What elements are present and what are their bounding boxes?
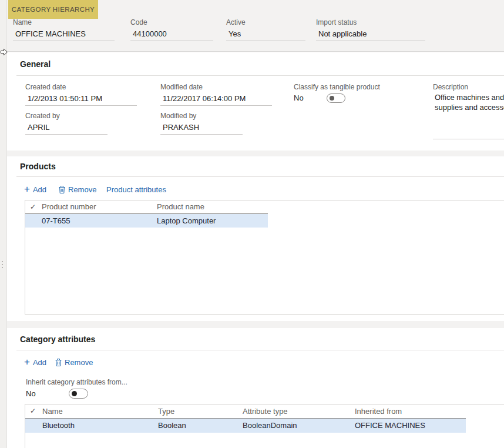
code-field[interactable]: Code 44100000: [130, 18, 213, 41]
modified-date-label: Modified date: [160, 83, 272, 92]
modified-by-field[interactable]: Modified by PRAKASH: [160, 112, 243, 135]
select-all-checkmark-icon[interactable]: ✓: [30, 203, 36, 211]
divider: [16, 350, 504, 350]
divider: [16, 176, 504, 177]
remove-product-button[interactable]: Remove: [59, 183, 96, 195]
name-label: Name: [13, 18, 115, 28]
attribute-row[interactable]: Bluetooth Boolean BooleanDomain OFFICE M…: [25, 419, 466, 433]
import-status-field[interactable]: Import status Not applicable: [316, 18, 425, 41]
modified-date-value[interactable]: 11/22/2017 06:14:00 PM: [160, 92, 272, 106]
category-attributes-section: Category attributes + Add Remove Inherit…: [7, 328, 504, 448]
created-date-value[interactable]: 1/2/2013 01:50:11 PM: [25, 92, 137, 106]
created-date-field[interactable]: Created date 1/2/2013 01:50:11 PM: [25, 83, 137, 106]
modified-by-value[interactable]: PRAKASH: [160, 121, 243, 135]
category-attributes-grid: ✓ Name Type Attribute type Inherited fro…: [25, 404, 504, 448]
modified-date-field[interactable]: Modified date 11/22/2017 06:14:00 PM: [160, 83, 272, 106]
created-by-field[interactable]: Created by APRIL: [25, 112, 107, 135]
column-header-name[interactable]: Name: [42, 407, 63, 416]
products-grid: ✓ Product number Product name 07-T655 La…: [25, 200, 504, 315]
product-row[interactable]: 07-T655 Laptop Computer: [25, 214, 268, 228]
code-value[interactable]: 44100000: [130, 28, 213, 41]
import-status-label: Import status: [316, 18, 425, 28]
description-underline: [433, 139, 504, 139]
code-label: Code: [130, 18, 213, 28]
modified-by-label: Modified by: [160, 112, 243, 121]
divider: [16, 75, 504, 76]
attribute-type-cell[interactable]: Boolean: [158, 421, 186, 430]
description-value[interactable]: Office machines and supplies and accesso: [435, 92, 504, 112]
toggle-knob-icon: [72, 391, 77, 396]
column-header-inherited-from[interactable]: Inherited from: [355, 407, 402, 416]
product-attributes-button[interactable]: Product attributes: [106, 183, 166, 195]
plus-icon: +: [24, 185, 30, 194]
column-header-product-name[interactable]: Product name: [157, 202, 204, 211]
column-header-attribute-type[interactable]: Attribute type: [243, 407, 288, 416]
active-field[interactable]: Active Yes: [226, 18, 305, 41]
add-attribute-button[interactable]: + Add: [24, 356, 46, 368]
created-by-value[interactable]: APRIL: [25, 121, 107, 135]
active-value[interactable]: Yes: [226, 28, 305, 41]
classify-tangible-label: Classify as tangible product: [294, 83, 380, 92]
name-value[interactable]: OFFICE MACHINES: [13, 28, 115, 41]
record-header: CATEGORY HIERARCHY Name OFFICE MACHINES …: [7, 0, 504, 52]
import-status-value[interactable]: Not applicable: [316, 28, 425, 41]
created-date-label: Created date: [25, 83, 137, 92]
general-section: General Created date 1/2/2013 01:50:11 P…: [7, 52, 504, 151]
category-hierarchy-tab[interactable]: CATEGORY HIERARCHY: [8, 0, 98, 19]
classify-tangible-value: No: [294, 93, 304, 102]
attribute-inherited-from-cell[interactable]: OFFICE MACHINES: [355, 421, 425, 430]
select-all-checkmark-icon[interactable]: ✓: [30, 407, 36, 415]
products-grid-header: ✓ Product number Product name: [25, 200, 268, 214]
category-attributes-section-header[interactable]: Category attributes: [20, 335, 95, 344]
product-number-cell[interactable]: 07-T655: [42, 216, 70, 225]
trash-icon: [55, 359, 62, 366]
description-label: Description: [433, 83, 468, 92]
attribute-name-cell[interactable]: Bluetooth: [42, 421, 75, 430]
left-splitter-pane[interactable]: [0, 0, 7, 448]
column-header-type[interactable]: Type: [158, 407, 174, 416]
column-header-product-number[interactable]: Product number: [42, 202, 96, 211]
trash-icon: [59, 186, 65, 193]
inherit-attributes-toggle[interactable]: [69, 389, 88, 399]
created-by-label: Created by: [25, 112, 107, 121]
products-section-header[interactable]: Products: [20, 162, 56, 171]
active-label: Active: [226, 18, 305, 28]
add-product-button[interactable]: + Add: [24, 183, 46, 195]
products-section: Products + Add Remove Product attributes…: [7, 156, 504, 321]
inherit-attributes-value: No: [26, 389, 36, 398]
category-hierarchy-page: CATEGORY HIERARCHY Name OFFICE MACHINES …: [0, 0, 504, 448]
drag-handle-icon[interactable]: [2, 261, 3, 268]
toggle-knob-icon: [330, 96, 334, 101]
remove-attribute-button[interactable]: Remove: [55, 356, 93, 368]
inherit-attributes-label: Inherit category attributes from...: [26, 378, 127, 386]
product-name-cell[interactable]: Laptop Computer: [157, 216, 216, 225]
attribute-datatype-cell[interactable]: BooleanDomain: [243, 421, 297, 430]
name-field[interactable]: Name OFFICE MACHINES: [13, 18, 115, 41]
attributes-grid-header: ✓ Name Type Attribute type Inherited fro…: [25, 404, 466, 419]
plus-icon: +: [24, 357, 30, 367]
classify-tangible-toggle[interactable]: [327, 93, 345, 103]
general-section-header[interactable]: General: [20, 59, 51, 69]
